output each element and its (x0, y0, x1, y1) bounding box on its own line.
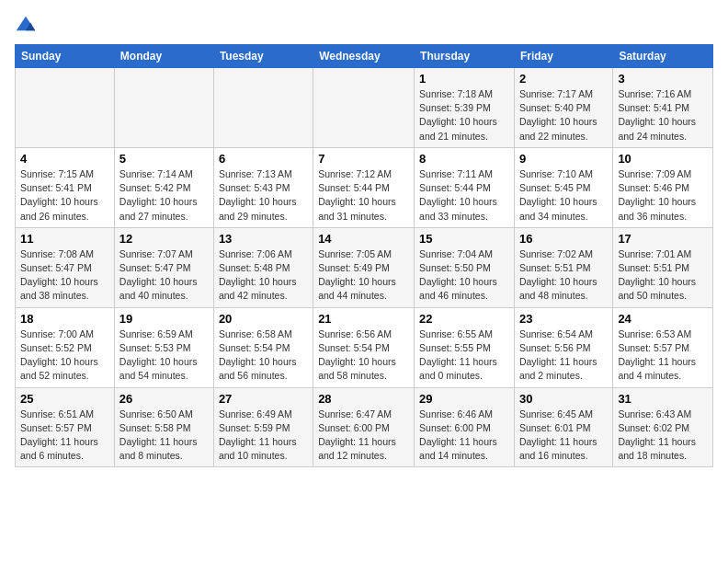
calendar-body: 1Sunrise: 7:18 AM Sunset: 5:39 PM Daylig… (16, 68, 713, 467)
calendar-header: SundayMondayTuesdayWednesdayThursdayFrid… (16, 45, 713, 68)
calendar-day-cell: 26Sunrise: 6:50 AM Sunset: 5:58 PM Dayli… (114, 387, 213, 467)
day-number: 31 (618, 392, 708, 406)
day-number: 15 (419, 232, 509, 246)
day-info: Sunrise: 7:04 AM Sunset: 5:50 PM Dayligh… (419, 247, 509, 304)
day-number: 16 (519, 232, 608, 246)
day-number: 13 (219, 232, 308, 246)
day-of-week-header: Sunday (16, 45, 115, 68)
calendar-week-row: 4Sunrise: 7:15 AM Sunset: 5:41 PM Daylig… (16, 147, 713, 227)
day-number: 29 (419, 392, 509, 406)
day-number: 26 (119, 392, 209, 406)
day-info: Sunrise: 6:54 AM Sunset: 5:56 PM Dayligh… (519, 327, 608, 384)
day-number: 22 (419, 312, 509, 326)
calendar-day-cell: 13Sunrise: 7:06 AM Sunset: 5:48 PM Dayli… (213, 227, 313, 307)
day-info: Sunrise: 6:46 AM Sunset: 6:00 PM Dayligh… (419, 408, 509, 464)
calendar-day-cell: 21Sunrise: 6:56 AM Sunset: 5:54 PM Dayli… (313, 307, 415, 387)
calendar-day-cell (114, 68, 213, 148)
day-number: 21 (318, 312, 409, 326)
logo (15, 15, 40, 37)
day-info: Sunrise: 6:51 AM Sunset: 5:57 PM Dayligh… (20, 408, 109, 464)
day-info: Sunrise: 7:13 AM Sunset: 5:43 PM Dayligh… (219, 167, 308, 224)
day-info: Sunrise: 7:07 AM Sunset: 5:47 PM Dayligh… (119, 247, 209, 304)
calendar-day-cell: 25Sunrise: 6:51 AM Sunset: 5:57 PM Dayli… (16, 387, 115, 467)
day-number: 27 (219, 392, 308, 406)
calendar-day-cell: 27Sunrise: 6:49 AM Sunset: 5:59 PM Dayli… (213, 387, 313, 467)
day-info: Sunrise: 7:18 AM Sunset: 5:39 PM Dayligh… (419, 87, 509, 144)
day-info: Sunrise: 7:09 AM Sunset: 5:46 PM Dayligh… (618, 167, 708, 224)
calendar-day-cell: 2Sunrise: 7:17 AM Sunset: 5:40 PM Daylig… (514, 68, 612, 148)
calendar-day-cell: 3Sunrise: 7:16 AM Sunset: 5:41 PM Daylig… (613, 68, 713, 148)
day-number: 1 (419, 72, 509, 86)
day-number: 18 (20, 312, 109, 326)
day-info: Sunrise: 7:11 AM Sunset: 5:44 PM Dayligh… (419, 167, 509, 224)
day-number: 28 (318, 392, 409, 406)
day-number: 12 (119, 232, 209, 246)
calendar-day-cell: 29Sunrise: 6:46 AM Sunset: 6:00 PM Dayli… (415, 387, 515, 467)
calendar-day-cell: 12Sunrise: 7:07 AM Sunset: 5:47 PM Dayli… (114, 227, 213, 307)
calendar-day-cell (16, 68, 115, 148)
calendar-day-cell: 11Sunrise: 7:08 AM Sunset: 5:47 PM Dayli… (16, 227, 115, 307)
day-info: Sunrise: 7:15 AM Sunset: 5:41 PM Dayligh… (20, 167, 109, 224)
day-number: 2 (519, 72, 608, 86)
day-info: Sunrise: 6:45 AM Sunset: 6:01 PM Dayligh… (519, 408, 608, 464)
day-number: 17 (618, 232, 708, 246)
day-number: 20 (219, 312, 308, 326)
calendar-day-cell: 31Sunrise: 6:43 AM Sunset: 6:02 PM Dayli… (613, 387, 713, 467)
day-of-week-header: Monday (114, 45, 213, 68)
day-info: Sunrise: 6:56 AM Sunset: 5:54 PM Dayligh… (318, 327, 409, 384)
day-info: Sunrise: 6:43 AM Sunset: 6:02 PM Dayligh… (618, 408, 708, 464)
calendar-week-row: 25Sunrise: 6:51 AM Sunset: 5:57 PM Dayli… (16, 387, 713, 467)
day-of-week-header: Wednesday (313, 45, 415, 68)
day-number: 4 (20, 152, 109, 166)
day-number: 9 (519, 152, 608, 166)
day-info: Sunrise: 6:59 AM Sunset: 5:53 PM Dayligh… (119, 327, 209, 384)
calendar-day-cell: 24Sunrise: 6:53 AM Sunset: 5:57 PM Dayli… (613, 307, 713, 387)
day-number: 30 (519, 392, 608, 406)
calendar-day-cell: 19Sunrise: 6:59 AM Sunset: 5:53 PM Dayli… (114, 307, 213, 387)
calendar-day-cell: 9Sunrise: 7:10 AM Sunset: 5:45 PM Daylig… (514, 147, 612, 227)
calendar-day-cell: 4Sunrise: 7:15 AM Sunset: 5:41 PM Daylig… (16, 147, 115, 227)
day-info: Sunrise: 6:55 AM Sunset: 5:55 PM Dayligh… (419, 327, 509, 384)
day-of-week-header: Thursday (415, 45, 515, 68)
calendar-day-cell: 7Sunrise: 7:12 AM Sunset: 5:44 PM Daylig… (313, 147, 415, 227)
day-info: Sunrise: 7:01 AM Sunset: 5:51 PM Dayligh… (618, 247, 708, 304)
day-number: 23 (519, 312, 608, 326)
day-info: Sunrise: 7:06 AM Sunset: 5:48 PM Dayligh… (219, 247, 308, 304)
day-number: 24 (618, 312, 708, 326)
day-of-week-header: Saturday (613, 45, 713, 68)
calendar-day-cell: 23Sunrise: 6:54 AM Sunset: 5:56 PM Dayli… (514, 307, 612, 387)
calendar-day-cell: 8Sunrise: 7:11 AM Sunset: 5:44 PM Daylig… (415, 147, 515, 227)
calendar-day-cell (213, 68, 313, 148)
calendar-day-cell: 10Sunrise: 7:09 AM Sunset: 5:46 PM Dayli… (613, 147, 713, 227)
day-info: Sunrise: 7:02 AM Sunset: 5:51 PM Dayligh… (519, 247, 608, 304)
calendar-week-row: 1Sunrise: 7:18 AM Sunset: 5:39 PM Daylig… (16, 68, 713, 148)
day-info: Sunrise: 7:00 AM Sunset: 5:52 PM Dayligh… (20, 327, 109, 384)
day-info: Sunrise: 6:58 AM Sunset: 5:54 PM Dayligh… (219, 327, 308, 384)
days-of-week-row: SundayMondayTuesdayWednesdayThursdayFrid… (16, 45, 713, 68)
day-number: 14 (318, 232, 409, 246)
calendar-week-row: 18Sunrise: 7:00 AM Sunset: 5:52 PM Dayli… (16, 307, 713, 387)
day-number: 7 (318, 152, 409, 166)
calendar-day-cell: 18Sunrise: 7:00 AM Sunset: 5:52 PM Dayli… (16, 307, 115, 387)
calendar-day-cell: 28Sunrise: 6:47 AM Sunset: 6:00 PM Dayli… (313, 387, 415, 467)
calendar-day-cell: 30Sunrise: 6:45 AM Sunset: 6:01 PM Dayli… (514, 387, 612, 467)
calendar-day-cell: 16Sunrise: 7:02 AM Sunset: 5:51 PM Dayli… (514, 227, 612, 307)
day-info: Sunrise: 7:10 AM Sunset: 5:45 PM Dayligh… (519, 167, 608, 224)
calendar-day-cell: 14Sunrise: 7:05 AM Sunset: 5:49 PM Dayli… (313, 227, 415, 307)
day-number: 25 (20, 392, 109, 406)
day-info: Sunrise: 7:05 AM Sunset: 5:49 PM Dayligh… (318, 247, 409, 304)
day-number: 6 (219, 152, 308, 166)
day-number: 19 (119, 312, 209, 326)
calendar-day-cell: 6Sunrise: 7:13 AM Sunset: 5:43 PM Daylig… (213, 147, 313, 227)
day-info: Sunrise: 6:53 AM Sunset: 5:57 PM Dayligh… (618, 327, 708, 384)
calendar-day-cell: 17Sunrise: 7:01 AM Sunset: 5:51 PM Dayli… (613, 227, 713, 307)
day-info: Sunrise: 7:14 AM Sunset: 5:42 PM Dayligh… (119, 167, 209, 224)
calendar-week-row: 11Sunrise: 7:08 AM Sunset: 5:47 PM Dayli… (16, 227, 713, 307)
day-info: Sunrise: 7:16 AM Sunset: 5:41 PM Dayligh… (618, 87, 708, 144)
calendar-day-cell (313, 68, 415, 148)
day-number: 3 (618, 72, 708, 86)
day-info: Sunrise: 7:08 AM Sunset: 5:47 PM Dayligh… (20, 247, 109, 304)
page-header (15, 15, 713, 37)
day-number: 11 (20, 232, 109, 246)
calendar-day-cell: 5Sunrise: 7:14 AM Sunset: 5:42 PM Daylig… (114, 147, 213, 227)
